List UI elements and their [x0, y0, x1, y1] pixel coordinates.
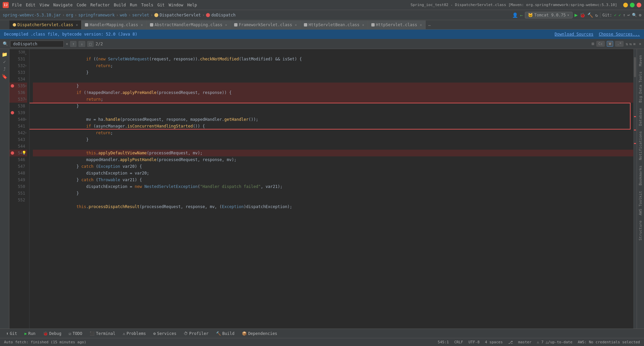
menu-help[interactable]: Help	[187, 3, 197, 7]
debug-bottom-btn[interactable]: 🐞 Debug	[40, 330, 65, 337]
sidebar-bigdata-label[interactable]: Big Data Tools	[637, 69, 644, 105]
close-button[interactable]	[637, 3, 641, 7]
breadcrumb-jar[interactable]: spring-webmvc-5.3.10.jar	[3, 13, 61, 17]
tab-close-hm[interactable]: ×	[141, 23, 143, 27]
menu-code[interactable]: Code	[77, 3, 87, 7]
breadcrumb-dodispatch[interactable]: doDispatch	[211, 13, 235, 17]
dependencies-bottom-btn[interactable]: 📦 Dependencies	[238, 330, 281, 337]
menu-navigate[interactable]: Navigate	[53, 3, 73, 7]
search-clear[interactable]: ×	[66, 42, 68, 46]
tab-label-hs: HttpServlet.class	[376, 22, 417, 27]
menu-file[interactable]: File	[12, 3, 22, 7]
tab-httpservlet[interactable]: HttpServlet.class ×	[368, 20, 426, 29]
undo-button[interactable]: ↩	[628, 13, 630, 17]
tab-httpservletbean[interactable]: HttpServletBean.class ×	[301, 20, 368, 29]
search-regex[interactable]: .*	[615, 41, 624, 47]
search-icon3[interactable]: ⇆	[629, 42, 632, 46]
sidebar-commit-icon[interactable]: ✓	[3, 59, 6, 64]
tomcat-run-config[interactable]: 🐱 Tomcat 9.0.75 ▾	[525, 12, 573, 18]
build-bottom-btn[interactable]: 🔨 Build	[213, 330, 238, 337]
tab-dispatcherservlet[interactable]: DispatcherServlet.class ×	[9, 20, 82, 29]
update-button[interactable]: ↻	[595, 12, 598, 18]
menu-edit[interactable]: Edit	[26, 3, 36, 7]
search-icon4[interactable]: ≡	[633, 42, 636, 46]
run-bottom-btn[interactable]: ▶ Run	[21, 330, 39, 337]
search-next[interactable]: ↓	[78, 41, 85, 47]
git-arrow-up[interactable]: ↑	[623, 13, 625, 17]
search-count: 2/2	[96, 42, 103, 46]
sidebar-bookmark-icon[interactable]: 🔖	[2, 74, 7, 79]
tab-close-hsb[interactable]: ×	[362, 23, 364, 27]
search-filter[interactable]: ⊞	[592, 41, 594, 46]
nav-arrow-back[interactable]: ←	[520, 12, 523, 18]
settings-icon[interactable]: ⚙	[639, 13, 641, 17]
sidebar-aws-label[interactable]: AWS Toolkit	[637, 188, 644, 218]
search-prev[interactable]: ↑	[70, 41, 76, 47]
status-indent[interactable]: 4 spaces	[485, 340, 503, 344]
todo-bottom-btn[interactable]: ☑ TODO	[65, 330, 86, 337]
main-area: 📁 ✓ ⤴ 🔖 530 ◇ 531 532◇ 533 534 535	[0, 49, 644, 329]
search-input[interactable]	[10, 41, 64, 47]
search-icon2[interactable]: ⇅	[626, 42, 628, 46]
tab-frameworkservlet[interactable]: FrameworkServlet.class ×	[231, 20, 301, 29]
breadcrumb-servlet[interactable]: servlet	[132, 13, 149, 17]
sidebar-database-label[interactable]: Database	[637, 105, 644, 129]
breadcrumb-org[interactable]: org	[66, 13, 73, 17]
sidebar-bookmarks-label[interactable]: Bookmarks	[637, 163, 644, 188]
sidebar-notifications-label[interactable]: Notifications	[637, 129, 644, 163]
menu-view[interactable]: View	[40, 3, 49, 7]
code-line-539: mv = ha.handle(processedRequest, respons…	[33, 109, 633, 116]
menu-window[interactable]: Window	[169, 3, 183, 7]
debug-button[interactable]: 🐞	[580, 12, 585, 18]
user-icon[interactable]: 👤	[512, 12, 518, 18]
git-bottom-btn[interactable]: ⬆ Git	[3, 330, 20, 337]
menu-build[interactable]: Build	[114, 3, 126, 7]
download-sources-link[interactable]: Download Sources	[555, 32, 594, 37]
menu-git[interactable]: Git	[157, 3, 165, 7]
menu-tools[interactable]: Tools	[141, 3, 153, 7]
sidebar-project-icon[interactable]: 📁	[2, 52, 7, 57]
breadcrumb-dispatcherservlet[interactable]: DispatcherServlet	[160, 13, 201, 17]
tab-close-ahm[interactable]: ×	[225, 23, 227, 27]
build-button[interactable]: 🔨	[587, 12, 593, 18]
git-checkmark2[interactable]: ✓	[619, 13, 621, 17]
tab-handlermapping[interactable]: HandlerMapping.class ×	[82, 20, 147, 29]
tab-close-hs[interactable]: ×	[420, 23, 422, 27]
scrollbar-thumb[interactable]	[634, 57, 636, 77]
sidebar-pullreq-icon[interactable]: ⤴	[3, 66, 6, 72]
search-wrap[interactable]: □	[87, 41, 94, 47]
search-word[interactable]: W	[607, 41, 613, 47]
todo-label: TODO	[72, 331, 82, 336]
git-checkmark1[interactable]: ✓	[614, 13, 616, 17]
status-aws[interactable]: AWS: No credentials selected	[578, 340, 640, 344]
breadcrumb-web[interactable]: web	[120, 13, 127, 17]
search-case[interactable]: Cc	[596, 41, 605, 47]
code-line-552: this.processDispatchResult(processedRequ…	[33, 197, 633, 203]
status-branch[interactable]: master	[518, 340, 532, 344]
status-crlf[interactable]: CRLF	[454, 340, 463, 344]
tab-abstracthandlermapping[interactable]: AbstractHandlerMapping.class ×	[147, 20, 231, 29]
minimize-button[interactable]	[623, 3, 628, 7]
status-encoding[interactable]: UTF-8	[469, 340, 480, 344]
menu-run[interactable]: Run	[130, 3, 137, 7]
sidebar-maven-label[interactable]: Maven	[637, 52, 644, 69]
run-button[interactable]: ▶	[575, 12, 578, 18]
tabs-overflow[interactable]: ⋯	[426, 22, 433, 29]
search-close[interactable]: ×	[639, 42, 641, 46]
maximize-button[interactable]	[630, 3, 635, 7]
services-bottom-btn[interactable]: ⚙ Services	[150, 330, 180, 337]
breadcrumb-springframework[interactable]: springframework	[78, 13, 115, 17]
status-position[interactable]: 545:1	[438, 340, 449, 344]
problems-bottom-btn[interactable]: ⚠ Problems	[119, 330, 149, 337]
tab-close-dispatcher[interactable]: ×	[76, 23, 78, 27]
search-icon-nav[interactable]: 🔍	[632, 13, 637, 17]
tab-close-fs[interactable]: ×	[295, 23, 297, 27]
sidebar-structure-label[interactable]: Structure	[637, 218, 644, 243]
tab-label-hsb: HttpServletBean.class	[309, 22, 360, 27]
choose-sources-link[interactable]: Choose Sources...	[599, 32, 640, 37]
terminal-bottom-btn[interactable]: ⬛ Terminal	[86, 330, 119, 337]
profiler-bottom-btn[interactable]: ⏱ Profiler	[180, 330, 212, 337]
code-lines: if ((new ServletWebRequest(request, resp…	[30, 49, 633, 329]
menu-refactor[interactable]: Refactor	[90, 3, 110, 7]
scrollbar-vertical[interactable]	[633, 49, 637, 329]
